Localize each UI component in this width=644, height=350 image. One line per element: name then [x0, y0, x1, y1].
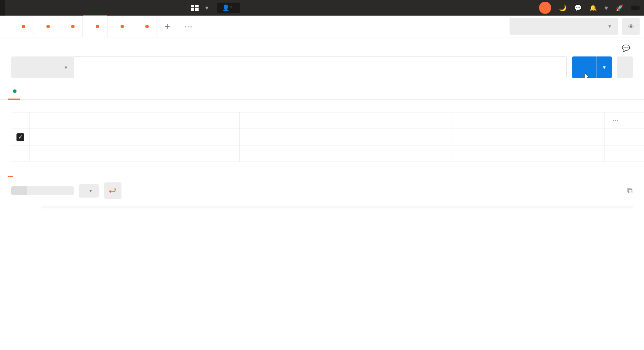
unsaved-dot-icon: [145, 25, 149, 28]
request-tab-2[interactable]: [58, 16, 83, 37]
param-key-input[interactable]: [29, 145, 239, 162]
response-view-controls: ▼ ⮐ ⧉: [0, 177, 644, 204]
th-actions[interactable]: ⋯: [604, 112, 626, 129]
view-visualize[interactable]: [58, 186, 74, 195]
upgrade-button[interactable]: [631, 6, 640, 10]
param-desc-input[interactable]: [452, 145, 604, 162]
url-input[interactable]: [74, 56, 567, 78]
view-raw[interactable]: [27, 186, 42, 195]
query-params-table: ⋯ ✓: [11, 112, 644, 162]
chevron-down-icon: ▼: [64, 65, 68, 70]
method-select[interactable]: ▼: [11, 56, 74, 78]
person-plus-icon: 👤⁺: [222, 4, 232, 11]
th-value: [239, 112, 452, 129]
view-mode-group: [11, 186, 74, 195]
request-tab-4[interactable]: [108, 16, 132, 37]
param-value-input[interactable]: [239, 129, 452, 145]
comments-button[interactable]: 💬: [622, 44, 633, 52]
table-row: ✓: [11, 129, 644, 145]
request-tab-3[interactable]: [83, 16, 108, 37]
param-value-input[interactable]: [239, 145, 452, 162]
copy-response-button[interactable]: ⧉: [627, 186, 633, 195]
response-line[interactable]: [41, 206, 633, 208]
avatar[interactable]: [539, 2, 551, 14]
unsaved-dot-icon: [22, 25, 25, 28]
chevron-down-icon: ▾: [206, 5, 208, 11]
environment-select[interactable]: ▼: [510, 18, 618, 35]
request-tab-1[interactable]: [33, 16, 58, 37]
chevron-down-icon: ▼: [88, 188, 93, 193]
response-tabs: [0, 162, 644, 177]
table-row-empty: [11, 145, 644, 162]
line-number: [11, 206, 41, 208]
bell-icon[interactable]: 🔔: [589, 4, 597, 11]
request-tab-5[interactable]: [132, 16, 157, 37]
bulk-edit-link[interactable]: [626, 112, 644, 129]
response-body: [0, 204, 644, 210]
moon-icon[interactable]: 🌙: [559, 4, 566, 11]
param-desc-input[interactable]: [452, 129, 604, 145]
row-checkbox[interactable]: ✓: [16, 133, 24, 141]
format-select[interactable]: ▼: [79, 184, 99, 198]
th-key: [29, 112, 239, 129]
view-preview[interactable]: [42, 186, 58, 195]
invite-button[interactable]: 👤⁺: [217, 3, 240, 13]
eye-icon: 👁: [628, 23, 634, 30]
th-description: [452, 112, 604, 129]
tab-overflow-button[interactable]: ⋯: [178, 21, 199, 32]
response-meta: [610, 172, 634, 177]
top-right-icons: 🌙 💬 🔔 ♥ 🚀: [539, 2, 640, 14]
view-pretty[interactable]: [11, 186, 27, 195]
workspace-selector[interactable]: ▾: [191, 5, 208, 11]
url-row: ▼ ▼: [0, 56, 644, 78]
unsaved-dot-icon: [121, 25, 124, 28]
unsaved-dot-icon: [96, 25, 99, 28]
workspace-icon: [191, 5, 199, 11]
environment-preview-button[interactable]: 👁: [622, 18, 640, 35]
app-top-bar: ▾ 👤⁺ 🌙 💬 🔔 ♥ 🚀: [0, 0, 644, 16]
send-dropdown-button[interactable]: ▼: [596, 56, 612, 78]
copy-icon: ⧉: [627, 186, 633, 195]
query-params-label: [0, 100, 644, 112]
heart-icon[interactable]: ♥: [605, 4, 608, 11]
send-button[interactable]: ▼: [572, 56, 612, 78]
request-header: 💬: [0, 37, 644, 56]
wrap-line-button[interactable]: ⮐: [104, 182, 121, 199]
chat-icon[interactable]: 💬: [574, 4, 582, 11]
wrap-icon: ⮐: [109, 186, 117, 195]
chevron-down-icon: ▼: [608, 24, 612, 29]
add-tab-button[interactable]: ＋: [157, 20, 178, 32]
request-subtabs: [0, 78, 644, 100]
unsaved-dot-icon: [46, 25, 50, 28]
request-tab-0[interactable]: [9, 16, 33, 37]
request-tabs-row: ＋ ⋯ ▼ 👁: [0, 16, 644, 37]
unsaved-dot-icon: [71, 25, 75, 28]
sidebar-handle[interactable]: [0, 0, 5, 16]
comment-icon: 💬: [622, 44, 630, 52]
active-dot-icon: [13, 89, 16, 93]
tab-params[interactable]: [11, 87, 16, 99]
param-key-input[interactable]: [29, 129, 239, 145]
table-header-row: ⋯: [11, 112, 644, 129]
rocket-icon[interactable]: 🚀: [616, 4, 623, 11]
cursor-icon: [583, 73, 590, 78]
save-button[interactable]: [617, 56, 633, 78]
